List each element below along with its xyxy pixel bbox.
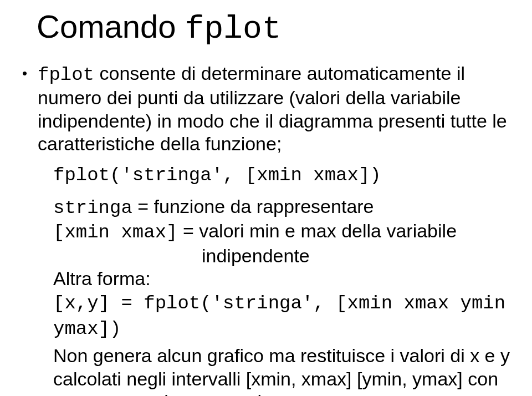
tail-paragraph: Non genera alcun grafico ma restituisce … bbox=[38, 344, 510, 396]
syntax-line-1: fplot('stringa', [xmin xmax]) bbox=[38, 163, 510, 189]
xminxmax-code: [xmin xmax] bbox=[53, 222, 177, 243]
bullet-list: fplot consente di determinare automatica… bbox=[22, 62, 510, 396]
stringa-line: stringa = funzione da rappresentare bbox=[38, 195, 510, 220]
bullet-item: fplot consente di determinare automatica… bbox=[22, 62, 510, 396]
title-code: fplot bbox=[185, 11, 282, 47]
xminxmax-rest: = valori min e max della variabile bbox=[177, 220, 457, 241]
xminxmax-line: [xmin xmax] = valori min e max della var… bbox=[38, 220, 510, 244]
slide: Comando fplot fplot consente di determin… bbox=[0, 0, 532, 396]
altra-forma-label: Altra forma: bbox=[38, 267, 510, 290]
stringa-rest: = funzione da rappresentare bbox=[132, 196, 374, 217]
title-prefix: Comando bbox=[37, 8, 185, 44]
lead-rest: consente di determinare automaticamente … bbox=[38, 63, 507, 154]
slide-title: Comando fplot bbox=[37, 10, 510, 47]
stringa-code: stringa bbox=[53, 197, 132, 219]
syntax-line-2: [x,y] = fplot('stringa', [xmin xmax ymin… bbox=[38, 291, 510, 343]
lead-paragraph: fplot consente di determinare automatica… bbox=[38, 62, 510, 156]
xminxmax-line2: indipendente bbox=[38, 245, 510, 267]
lead-code: fplot bbox=[38, 64, 94, 85]
